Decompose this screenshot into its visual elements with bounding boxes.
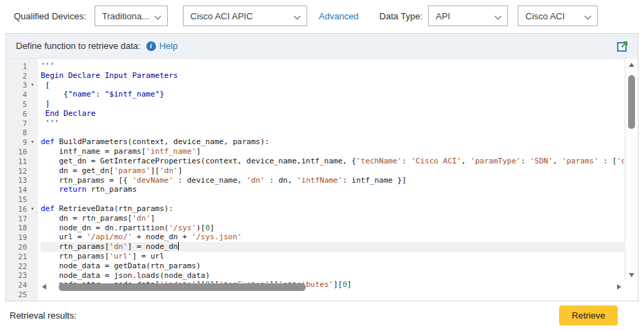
advanced-link[interactable]: Advanced <box>319 11 359 21</box>
gutter-row: 1 <box>6 61 38 71</box>
code-token: dn = get_dn[ <box>41 166 114 175</box>
code-token: : dn, <box>265 176 297 185</box>
fold-arrow-icon[interactable]: ▾ <box>27 206 38 212</box>
scroll-up-icon[interactable] <box>629 63 634 67</box>
code-line[interactable]: return rtn_params <box>41 185 624 194</box>
gutter-row: 12 <box>6 166 38 176</box>
code-token: 'intfName' <box>297 176 342 185</box>
line-number: 2 <box>6 72 27 80</box>
qualified-device-select[interactable]: Cisco ACI APIC <box>183 6 307 26</box>
code-line[interactable]: [ <box>41 81 624 90</box>
code-token: Begin Declare Input Parameters <box>41 71 178 80</box>
gutter-row: 16▾ <box>6 204 38 214</box>
code-token: End Declare <box>41 109 95 118</box>
line-number: 12 <box>6 167 27 175</box>
code-line[interactable]: get_dn = GetInterfaceProperties(context,… <box>41 157 624 166</box>
code-token: 'url' <box>109 252 132 261</box>
gutter-row: 3▾ <box>6 81 38 90</box>
code-token: ] <box>196 147 201 156</box>
data-type-value: API <box>436 11 450 21</box>
fold-arrow-icon[interactable]: ▾ <box>27 139 38 145</box>
vertical-scroll-thumb[interactable] <box>628 75 635 129</box>
info-icon[interactable]: i <box>146 41 156 51</box>
retrieve-button[interactable]: Retrieve <box>559 305 618 325</box>
code-line[interactable]: rtn_params = [{ 'devName' : device_name,… <box>41 176 624 185</box>
code-token: ] = url <box>132 252 164 261</box>
line-number: 13 <box>6 176 27 184</box>
gutter-row: 21 <box>6 252 38 261</box>
gutter-row: 9▾ <box>6 137 38 147</box>
code-token: 'params' <box>562 157 598 166</box>
code-token: , <box>461 157 470 166</box>
code-token: , <box>553 157 562 166</box>
code-token: ] <box>150 214 155 223</box>
gutter-row: 20 <box>6 242 38 252</box>
code-token: rtn_params = [{ <box>41 176 132 185</box>
qualified-devices-label: Qualified Devices: <box>14 11 86 21</box>
fold-arrow-icon[interactable]: ▾ <box>27 82 38 88</box>
code-line[interactable]: node_dn = dn.rpartition('/sys')[0] <box>41 223 624 233</box>
horizontal-scroll-thumb[interactable] <box>59 283 306 291</box>
gutter-row: 22 <box>6 261 38 271</box>
gutter-row: 7 <box>6 119 38 128</box>
code-line[interactable]: dn = get_dn['params']['dn'] <box>41 166 624 176</box>
line-number: 1 <box>6 62 27 70</box>
data-type-label: Data Type: <box>380 11 423 21</box>
code-line[interactable]: node_data = getData(rtn_params) <box>41 261 624 271</box>
line-number: 24 <box>6 281 27 289</box>
code-line[interactable]: intf_name = params['intf_name'] <box>41 147 624 157</box>
line-number: 8 <box>6 128 27 137</box>
device-category-select[interactable]: Traditiona... <box>95 6 168 26</box>
line-number: 22 <box>6 262 27 270</box>
code-token: 'techName' <box>356 157 402 166</box>
line-number: 3 <box>6 81 27 89</box>
gutter-row: 5 <box>6 99 38 109</box>
code-line[interactable]: def RetrieveData(rtn_params): <box>41 204 624 214</box>
code-token <box>41 185 59 194</box>
code-line[interactable]: url = '/api/mo/' + node_dn + '/sys.json' <box>41 232 624 242</box>
scroll-left-icon[interactable] <box>42 284 46 290</box>
code-line[interactable]: dn = rtn_params['dn'] <box>41 214 624 223</box>
code-token: ] <box>178 166 183 175</box>
data-subtype-value: Cisco ACI <box>525 11 565 21</box>
code-line[interactable]: Begin Declare Input Parameters <box>41 71 624 81</box>
gutter-row: 6 <box>6 109 38 119</box>
scroll-down-icon[interactable] <box>629 273 634 277</box>
data-subtype-select[interactable]: Cisco ACI <box>518 6 598 26</box>
horizontal-scrollbar[interactable] <box>41 282 621 293</box>
code-token: intf_name = params[ <box>41 147 146 156</box>
code-token: : <box>402 157 411 166</box>
code-token: 'd <box>617 157 624 166</box>
line-number: 18 <box>6 223 27 232</box>
code-token: 'Cisco ACI' <box>411 157 461 166</box>
gutter-row: 13 <box>6 176 38 185</box>
data-type-select[interactable]: API <box>428 6 508 26</box>
code-token: 'devName' <box>132 176 173 185</box>
code-line[interactable] <box>41 194 624 204</box>
line-number: 15 <box>6 195 27 203</box>
code-line[interactable] <box>41 128 624 138</box>
code-line[interactable]: {"name": "$intf_name"} <box>41 90 624 99</box>
line-number: 16 <box>6 205 27 213</box>
code-editor[interactable]: 123▾456789▾10111213141516▾17181920212223… <box>6 59 638 301</box>
scroll-right-icon[interactable] <box>617 284 621 290</box>
code-line[interactable]: ''' <box>41 119 624 128</box>
code-token: def <box>41 137 55 146</box>
code-token: + node_dn + <box>132 232 191 241</box>
vertical-scrollbar[interactable] <box>625 59 638 281</box>
code-line[interactable]: node_data = json.loads(node_data) <box>41 271 624 281</box>
code-line[interactable]: ''' <box>41 61 624 71</box>
line-number: 19 <box>6 233 27 241</box>
code-token: '/api/mo/' <box>86 232 132 241</box>
code-line[interactable]: rtn_params['dn'] = node_dn <box>41 242 624 252</box>
expand-editor-icon[interactable] <box>616 39 630 53</box>
code-line[interactable]: End Declare <box>41 109 624 119</box>
code-line[interactable]: rtn_params['url'] = url <box>41 252 624 261</box>
code-line[interactable]: ] <box>41 99 624 109</box>
code-line[interactable]: def BuildParameters(context, device_name… <box>41 137 624 147</box>
code-token: : [ <box>598 157 617 166</box>
code-lines[interactable]: '''Begin Declare Input Parameters [ {"na… <box>38 59 624 301</box>
help-link[interactable]: Help <box>159 41 178 51</box>
gutter-row: 18 <box>6 223 38 233</box>
line-number: 20 <box>6 243 27 251</box>
